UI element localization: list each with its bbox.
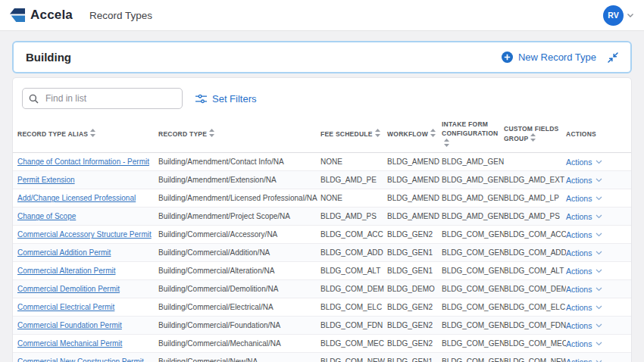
set-filters-label: Set Filters: [212, 93, 257, 105]
search-input[interactable]: [22, 88, 183, 109]
chevron-down-icon: [596, 323, 602, 328]
top-bar: Accela Record Types RV: [0, 0, 644, 31]
workflow-cell: BLDG_GEN1: [387, 353, 442, 362]
record-type-alias-link[interactable]: Commercial Demolition Permit: [17, 285, 120, 293]
page-title: Record Types: [89, 10, 152, 21]
record-type-alias-cell: Commercial Mechanical Permit: [13, 335, 158, 353]
sort-icon[interactable]: [444, 139, 449, 149]
chevron-down-icon: [596, 287, 602, 292]
actions-label: Actions: [566, 298, 592, 317]
actions-menu-button[interactable]: Actions: [566, 317, 602, 335]
chevron-down-icon: [596, 160, 602, 164]
chevron-down-icon: [596, 269, 602, 273]
actions-cell: Actions: [566, 189, 631, 208]
actions-menu-button[interactable]: Actions: [566, 208, 602, 226]
table-row: Commercial Addition Permit Building/Comm…: [13, 244, 631, 262]
sort-icon[interactable]: [209, 129, 214, 139]
actions-label: Actions: [566, 226, 592, 244]
accela-logo-icon: [10, 8, 25, 22]
actions-menu-button[interactable]: Actions: [566, 189, 602, 208]
actions-menu-button[interactable]: Actions: [566, 153, 602, 171]
column-header-label: Intake Form Configuration: [442, 120, 498, 137]
intake-form-configuration-cell: BLDG_COM_GEN: [442, 317, 504, 335]
search-box: [22, 88, 183, 109]
fee-schedule-cell: BLDG_COM_ELC: [320, 298, 387, 317]
fee-schedule-cell: BLDG_COM_MEC: [320, 335, 387, 353]
record-type-cell: Building/Commercial/Accessory/NA: [158, 226, 320, 244]
actions-menu-button[interactable]: Actions: [566, 335, 602, 353]
sort-icon[interactable]: [90, 129, 95, 139]
sort-icon[interactable]: [430, 129, 436, 139]
workflow-cell: BLDG_DEMO: [387, 280, 442, 298]
record-type-alias-link[interactable]: Commercial Electrical Permit: [17, 303, 114, 311]
actions-cell: Actions: [566, 171, 631, 190]
actions-menu-button[interactable]: Actions: [566, 280, 602, 298]
sort-icon[interactable]: [530, 133, 536, 144]
column-header[interactable]: Record Type: [158, 129, 320, 139]
record-type-cell: Building/Commercial/Demolition/NA: [158, 280, 320, 298]
actions-menu-button[interactable]: Actions: [566, 244, 602, 262]
fee-schedule-cell: NONE: [320, 189, 387, 208]
plus-circle-icon: [502, 51, 513, 63]
record-type-alias-link[interactable]: Commercial Alteration Permit: [17, 267, 115, 275]
column-header[interactable]: Custom Fields Group: [504, 124, 566, 145]
record-type-alias-link[interactable]: Commercial Accessory Structure Permit: [17, 230, 152, 239]
module-header-card: Building New Record Type: [12, 41, 632, 73]
column-header[interactable]: Workflow: [387, 129, 442, 139]
record-type-alias-link[interactable]: Add/Change Licensed Professional: [17, 194, 136, 202]
chevron-down-icon: [596, 342, 602, 346]
actions-menu-button[interactable]: Actions: [566, 171, 602, 189]
actions-label: Actions: [566, 171, 592, 189]
record-type-cell: Building/Commercial/Foundation/NA: [158, 317, 320, 335]
chevron-down-icon[interactable]: [627, 13, 634, 18]
new-record-type-button[interactable]: New Record Type: [502, 51, 596, 63]
intake-form-configuration-cell: BLDG_COM_GEN: [442, 353, 504, 362]
intake-form-configuration-cell: BLDG_COM_GEN: [442, 244, 504, 262]
workflow-cell: BLDG_AMEND: [387, 208, 442, 226]
table-body: Change of Contact Information - Permit B…: [13, 153, 631, 362]
brand: Accela Record Types: [10, 8, 152, 23]
record-type-alias-link[interactable]: Permit Extension: [17, 176, 75, 184]
table-row: Change of Contact Information - Permit B…: [13, 153, 631, 171]
record-type-alias-link[interactable]: Change of Scope: [17, 212, 76, 220]
workflow-cell: BLDG_GEN2: [387, 226, 442, 244]
record-type-alias-link[interactable]: Commercial Addition Permit: [17, 248, 111, 257]
actions-menu-button[interactable]: Actions: [566, 298, 602, 317]
custom-fields-group-cell: BLDG_AMD_LP: [504, 189, 566, 208]
table-row: Commercial Foundation Permit Building/Co…: [13, 317, 631, 335]
sort-icon[interactable]: [375, 129, 380, 139]
avatar[interactable]: RV: [603, 5, 624, 26]
workflow-cell: BLDG_GEN2: [387, 317, 442, 335]
column-header[interactable]: Fee Schedule: [320, 129, 387, 139]
collapse-icon[interactable]: [608, 52, 618, 63]
column-header[interactable]: Record Type Alias: [13, 129, 158, 139]
column-header[interactable]: Intake Form Configuration: [442, 120, 504, 149]
intake-form-configuration-cell: BLDG_AMD_GENERAL: [442, 189, 504, 208]
table-row: Commercial Alteration Permit Building/Co…: [13, 262, 631, 280]
module-header-actions: New Record Type: [502, 51, 618, 63]
fee-schedule-cell: BLDG_COM_ACC: [320, 226, 387, 244]
record-type-alias-link[interactable]: Commercial Mechanical Permit: [17, 339, 122, 348]
actions-label: Actions: [566, 189, 592, 208]
record-type-cell: Building/Amendment/Licensed Professional…: [158, 189, 320, 208]
set-filters-button[interactable]: Set Filters: [195, 93, 257, 105]
actions-label: Actions: [566, 208, 592, 226]
workflow-cell: BLDG_GEN1: [387, 262, 442, 280]
record-type-alias-cell: Commercial Alteration Permit: [13, 262, 158, 280]
chevron-down-icon: [596, 251, 602, 255]
intake-form-configuration-cell: BLDG_COM_GEN: [442, 298, 504, 317]
record-type-alias-cell: Commercial Accessory Structure Permit: [13, 226, 158, 244]
actions-menu-button[interactable]: Actions: [566, 262, 602, 280]
record-type-alias-link[interactable]: Commercial New Construction Permit: [17, 357, 144, 362]
actions-menu-button[interactable]: Actions: [566, 353, 602, 362]
chevron-down-icon: [596, 232, 602, 237]
record-type-cell: Building/Amendment/Extension/NA: [158, 171, 320, 189]
new-record-type-label: New Record Type: [518, 51, 596, 63]
custom-fields-group-cell: BLDG_COM_ACC: [504, 226, 566, 244]
record-type-alias-cell: Commercial Electrical Permit: [13, 298, 158, 317]
record-type-alias-link[interactable]: Change of Contact Information - Permit: [17, 158, 149, 166]
actions-menu-button[interactable]: Actions: [566, 226, 602, 244]
actions-label: Actions: [566, 153, 592, 171]
user-menu[interactable]: RV: [603, 5, 634, 26]
record-type-alias-link[interactable]: Commercial Foundation Permit: [17, 321, 122, 329]
